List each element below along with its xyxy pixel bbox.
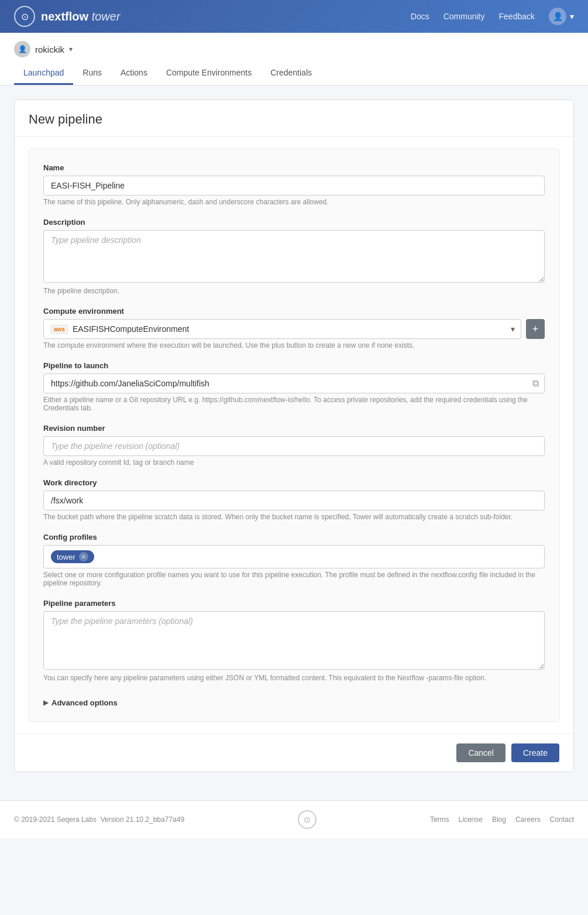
compute-env-label: Compute environment (43, 307, 545, 316)
name-help: The name of this pipeline. Only alphanum… (43, 198, 545, 206)
nav-tabs: Launchpad Runs Actions Compute Environme… (14, 62, 574, 85)
profile-tag-close[interactable]: ✕ (79, 552, 88, 561)
profile-tag-label: tower (57, 553, 75, 561)
revision-help: A valid repository commit Id, tag or bra… (43, 458, 545, 467)
pipeline-params-help: You can specify here any pipeline parame… (43, 674, 545, 682)
app-header: ⊙ nextflow tower Docs Community Feedback… (0, 0, 588, 33)
description-group: Description The pipeline description. (43, 218, 545, 295)
add-compute-env-button[interactable]: + (526, 319, 545, 339)
pipeline-params-input[interactable] (43, 611, 545, 670)
config-profiles-label: Config profiles (43, 533, 545, 542)
footer-careers[interactable]: Careers (515, 815, 541, 824)
pipeline-group: Pipeline to launch ⧉ Either a pipeline n… (43, 361, 545, 412)
pipeline-params-group: Pipeline parameters You can specify here… (43, 599, 545, 682)
logo-tower: tower (92, 10, 121, 23)
tab-runs[interactable]: Runs (73, 62, 111, 85)
footer-license[interactable]: License (459, 815, 483, 824)
config-profiles-input[interactable]: tower ✕ (43, 545, 545, 568)
main-content: New pipeline Name The name of this pipel… (0, 85, 588, 786)
compute-env-group: Compute environment aws EASIFISHComputeE… (43, 307, 545, 349)
work-dir-label: Work directory (43, 478, 545, 487)
name-label: Name (43, 163, 545, 172)
footer-blog[interactable]: Blog (492, 815, 506, 824)
footer-copyright: © 2019-2021 Seqera Labs Version 21.10.2_… (14, 815, 184, 824)
pipeline-input-wrapper: ⧉ (43, 373, 545, 393)
page-footer: © 2019-2021 Seqera Labs Version 21.10.2_… (0, 800, 588, 838)
config-profiles-help: Select one or more configuration profile… (43, 571, 545, 587)
compute-env-select-wrapper: aws EASIFISHComputeEnvironment (43, 319, 521, 339)
tab-launchpad[interactable]: Launchpad (14, 62, 73, 85)
compute-env-select[interactable]: aws EASIFISHComputeEnvironment (43, 319, 521, 339)
advanced-options-toggle[interactable]: ▶ Advanced options (43, 694, 545, 707)
compute-env-help: The compute environment where the execut… (43, 341, 545, 349)
work-dir-input[interactable] (43, 491, 545, 510)
pipeline-help: Either a pipeline name or a Git reposito… (43, 396, 545, 412)
name-group: Name The name of this pipeline. Only alp… (43, 163, 545, 206)
page-card: New pipeline Name The name of this pipel… (14, 100, 574, 772)
tab-compute-environments[interactable]: Compute Environments (157, 62, 261, 85)
advanced-options-label: Advanced options (51, 698, 118, 707)
pipeline-icon: ⧉ (532, 378, 539, 389)
description-help: The pipeline description. (43, 287, 545, 295)
workspace-name[interactable]: rokickik (35, 44, 64, 54)
tab-credentials[interactable]: Credentials (261, 62, 321, 85)
footer-contact[interactable]: Contact (550, 815, 574, 824)
nav-feedback[interactable]: Feedback (499, 12, 535, 21)
logo: ⊙ nextflow tower (14, 6, 121, 27)
profile-tag-tower: tower ✕ (51, 550, 94, 563)
pipeline-label: Pipeline to launch (43, 361, 545, 370)
footer-terms[interactable]: Terms (430, 815, 449, 824)
revision-input[interactable] (43, 436, 545, 456)
workspace-row: 👤 rokickik ▾ (14, 33, 574, 57)
page-card-header: New pipeline (15, 100, 573, 137)
advanced-chevron-icon: ▶ (43, 699, 48, 707)
header-nav: Docs Community Feedback 👤 ▾ (411, 8, 574, 25)
name-input[interactable] (43, 176, 545, 196)
footer-links: Terms License Blog Careers Contact (430, 815, 574, 824)
revision-group: Revision number A valid repository commi… (43, 424, 545, 467)
user-chevron: ▾ (570, 12, 574, 21)
nav-docs[interactable]: Docs (411, 12, 429, 21)
tab-actions[interactable]: Actions (111, 62, 157, 85)
page-title: New pipeline (29, 112, 559, 127)
form-footer: Cancel Create (15, 734, 573, 772)
workspace-avatar: 👤 (14, 41, 30, 57)
workspace-chevron: ▾ (69, 45, 73, 53)
logo-nextflow: nextflow (41, 10, 88, 23)
description-label: Description (43, 218, 545, 227)
work-dir-help: The bucket path where the pipeline scrat… (43, 513, 545, 521)
footer-logo: ⊙ (298, 810, 317, 829)
user-avatar: 👤 (549, 8, 566, 25)
sub-header: 👤 rokickik ▾ Launchpad Runs Actions Comp… (0, 33, 588, 85)
nav-community[interactable]: Community (443, 12, 485, 21)
user-menu[interactable]: 👤 ▾ (549, 8, 574, 25)
cancel-button[interactable]: Cancel (456, 743, 506, 762)
pipeline-params-label: Pipeline parameters (43, 599, 545, 608)
logo-icon: ⊙ (14, 6, 35, 27)
description-input[interactable] (43, 230, 545, 283)
compute-env-row: aws EASIFISHComputeEnvironment + (43, 319, 545, 339)
form-section: Name The name of this pipeline. Only alp… (29, 149, 559, 722)
compute-env-value: EASIFISHComputeEnvironment (73, 324, 189, 334)
create-button[interactable]: Create (511, 743, 559, 762)
config-profiles-group: Config profiles tower ✕ Select one or mo… (43, 533, 545, 587)
work-dir-group: Work directory The bucket path where the… (43, 478, 545, 521)
revision-label: Revision number (43, 424, 545, 433)
pipeline-input[interactable] (43, 373, 545, 393)
aws-badge: aws (51, 325, 68, 334)
